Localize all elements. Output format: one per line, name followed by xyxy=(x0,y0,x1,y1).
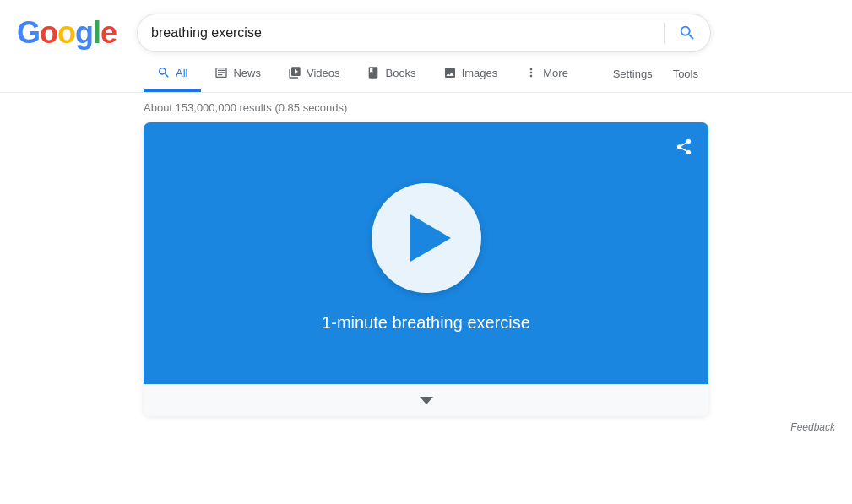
divider xyxy=(664,23,665,43)
breathing-expand-button[interactable] xyxy=(144,384,708,416)
share-button[interactable] xyxy=(671,134,697,162)
more-tab-icon xyxy=(524,66,538,79)
tab-more-label: More xyxy=(543,67,568,79)
nav-settings-group: Settings Tools xyxy=(603,57,708,90)
google-logo: G o o g l e xyxy=(17,15,117,51)
tab-news-label: News xyxy=(233,67,261,79)
nav-tabs: All News Videos Books xyxy=(0,56,852,93)
search-bar xyxy=(137,14,711,52)
breathing-video-area: 1-minute breathing exercise xyxy=(144,122,708,384)
tab-all[interactable]: All xyxy=(144,56,201,92)
tab-all-label: All xyxy=(176,67,187,79)
main-content: 1-minute breathing exercise xyxy=(0,122,852,416)
logo-g1: G xyxy=(17,15,40,51)
tab-books-label: Books xyxy=(385,67,415,79)
share-icon xyxy=(675,138,693,156)
tab-images-label: Images xyxy=(462,67,498,79)
books-tab-icon xyxy=(366,66,380,79)
tab-news[interactable]: News xyxy=(201,56,274,92)
search-button[interactable] xyxy=(678,24,697,42)
play-button[interactable] xyxy=(372,183,481,293)
chevron-down-icon xyxy=(420,397,433,404)
tab-more[interactable]: More xyxy=(511,56,582,92)
breathing-card-title: 1-minute breathing exercise xyxy=(322,313,530,333)
logo-o1: o xyxy=(40,15,57,51)
header: G o o g l e xyxy=(0,0,852,52)
tab-books[interactable]: Books xyxy=(353,56,429,92)
search-icons xyxy=(650,23,697,43)
images-tab-icon xyxy=(443,66,457,79)
logo-g2: g xyxy=(75,15,93,51)
results-info: About 153,000,000 results (0.85 seconds) xyxy=(0,93,852,122)
search-bar-container xyxy=(137,14,711,52)
all-tab-icon xyxy=(157,66,171,79)
tools-link[interactable]: Tools xyxy=(663,57,708,90)
feedback-link[interactable]: Feedback xyxy=(790,421,835,433)
news-tab-icon xyxy=(214,66,228,79)
settings-link[interactable]: Settings xyxy=(603,57,663,90)
search-input[interactable] xyxy=(151,25,650,41)
results-summary: About 153,000,000 results (0.85 seconds) xyxy=(144,101,347,114)
logo-o2: o xyxy=(57,15,75,51)
logo-e: e xyxy=(100,15,117,51)
logo-l: l xyxy=(93,15,100,51)
breathing-card: 1-minute breathing exercise xyxy=(144,122,708,416)
feedback-row: Feedback xyxy=(0,416,852,438)
videos-tab-icon xyxy=(288,66,301,79)
tab-videos-label: Videos xyxy=(307,67,340,79)
tab-images[interactable]: Images xyxy=(430,56,512,92)
play-triangle-icon xyxy=(410,214,451,262)
tab-videos[interactable]: Videos xyxy=(274,56,354,92)
search-icon xyxy=(678,24,697,42)
